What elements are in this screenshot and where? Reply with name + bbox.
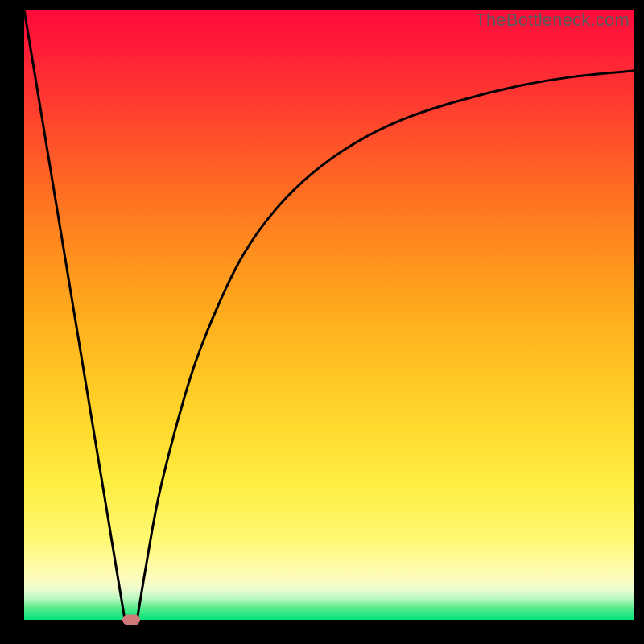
- curve-path: [24, 10, 634, 620]
- chart-frame: TheBottleneck.com: [0, 0, 644, 644]
- optimal-marker: [122, 615, 140, 625]
- bottleneck-curve: [24, 10, 634, 620]
- plot-area: TheBottleneck.com: [24, 10, 634, 620]
